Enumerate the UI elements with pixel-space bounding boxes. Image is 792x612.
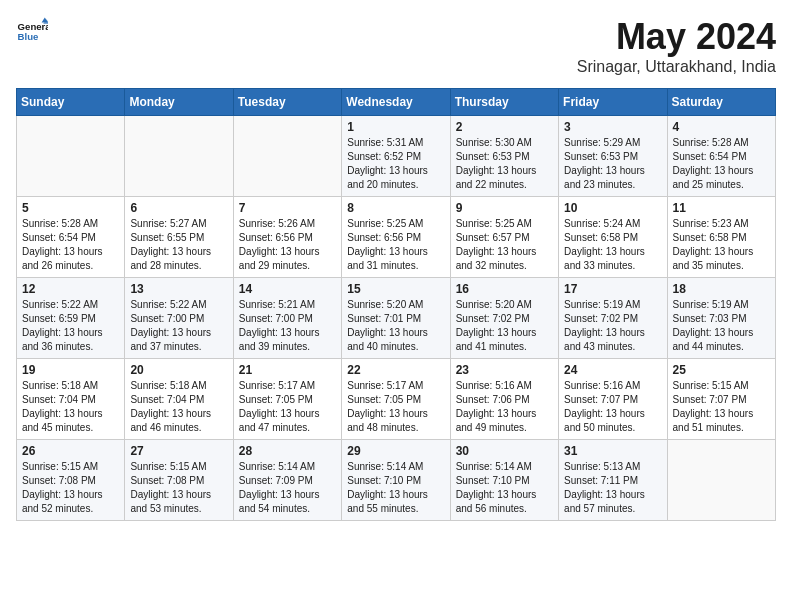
page-header: General Blue May 2024 Srinagar, Uttarakh… xyxy=(16,16,776,76)
day-number: 24 xyxy=(564,363,661,377)
calendar-cell: 20Sunrise: 5:18 AMSunset: 7:04 PMDayligh… xyxy=(125,359,233,440)
calendar-cell: 27Sunrise: 5:15 AMSunset: 7:08 PMDayligh… xyxy=(125,440,233,521)
calendar-cell: 21Sunrise: 5:17 AMSunset: 7:05 PMDayligh… xyxy=(233,359,341,440)
calendar-body: 1Sunrise: 5:31 AMSunset: 6:52 PMDaylight… xyxy=(17,116,776,521)
day-info: Sunrise: 5:19 AMSunset: 7:03 PMDaylight:… xyxy=(673,298,770,354)
day-info: Sunrise: 5:28 AMSunset: 6:54 PMDaylight:… xyxy=(673,136,770,192)
day-info: Sunrise: 5:17 AMSunset: 7:05 PMDaylight:… xyxy=(239,379,336,435)
day-info: Sunrise: 5:25 AMSunset: 6:56 PMDaylight:… xyxy=(347,217,444,273)
day-number: 31 xyxy=(564,444,661,458)
calendar-cell: 19Sunrise: 5:18 AMSunset: 7:04 PMDayligh… xyxy=(17,359,125,440)
month-title: May 2024 xyxy=(577,16,776,58)
day-info: Sunrise: 5:19 AMSunset: 7:02 PMDaylight:… xyxy=(564,298,661,354)
calendar-cell: 6Sunrise: 5:27 AMSunset: 6:55 PMDaylight… xyxy=(125,197,233,278)
calendar-cell: 2Sunrise: 5:30 AMSunset: 6:53 PMDaylight… xyxy=(450,116,558,197)
day-number: 3 xyxy=(564,120,661,134)
day-number: 20 xyxy=(130,363,227,377)
day-info: Sunrise: 5:13 AMSunset: 7:11 PMDaylight:… xyxy=(564,460,661,516)
day-info: Sunrise: 5:27 AMSunset: 6:55 PMDaylight:… xyxy=(130,217,227,273)
weekday-header-tuesday: Tuesday xyxy=(233,89,341,116)
day-info: Sunrise: 5:25 AMSunset: 6:57 PMDaylight:… xyxy=(456,217,553,273)
calendar-cell xyxy=(17,116,125,197)
day-number: 28 xyxy=(239,444,336,458)
day-number: 1 xyxy=(347,120,444,134)
weekday-header-sunday: Sunday xyxy=(17,89,125,116)
calendar-cell: 18Sunrise: 5:19 AMSunset: 7:03 PMDayligh… xyxy=(667,278,775,359)
calendar-cell: 4Sunrise: 5:28 AMSunset: 6:54 PMDaylight… xyxy=(667,116,775,197)
day-info: Sunrise: 5:15 AMSunset: 7:08 PMDaylight:… xyxy=(130,460,227,516)
calendar-cell: 5Sunrise: 5:28 AMSunset: 6:54 PMDaylight… xyxy=(17,197,125,278)
weekday-header-row: SundayMondayTuesdayWednesdayThursdayFrid… xyxy=(17,89,776,116)
day-number: 2 xyxy=(456,120,553,134)
day-number: 10 xyxy=(564,201,661,215)
day-info: Sunrise: 5:14 AMSunset: 7:10 PMDaylight:… xyxy=(456,460,553,516)
calendar-week-row: 19Sunrise: 5:18 AMSunset: 7:04 PMDayligh… xyxy=(17,359,776,440)
day-info: Sunrise: 5:15 AMSunset: 7:08 PMDaylight:… xyxy=(22,460,119,516)
day-info: Sunrise: 5:18 AMSunset: 7:04 PMDaylight:… xyxy=(22,379,119,435)
day-info: Sunrise: 5:22 AMSunset: 7:00 PMDaylight:… xyxy=(130,298,227,354)
calendar-cell: 31Sunrise: 5:13 AMSunset: 7:11 PMDayligh… xyxy=(559,440,667,521)
day-number: 29 xyxy=(347,444,444,458)
day-info: Sunrise: 5:15 AMSunset: 7:07 PMDaylight:… xyxy=(673,379,770,435)
weekday-header-thursday: Thursday xyxy=(450,89,558,116)
day-number: 11 xyxy=(673,201,770,215)
calendar-week-row: 5Sunrise: 5:28 AMSunset: 6:54 PMDaylight… xyxy=(17,197,776,278)
day-info: Sunrise: 5:22 AMSunset: 6:59 PMDaylight:… xyxy=(22,298,119,354)
calendar-cell: 3Sunrise: 5:29 AMSunset: 6:53 PMDaylight… xyxy=(559,116,667,197)
day-number: 8 xyxy=(347,201,444,215)
calendar-cell: 28Sunrise: 5:14 AMSunset: 7:09 PMDayligh… xyxy=(233,440,341,521)
day-number: 25 xyxy=(673,363,770,377)
calendar-week-row: 26Sunrise: 5:15 AMSunset: 7:08 PMDayligh… xyxy=(17,440,776,521)
day-number: 9 xyxy=(456,201,553,215)
calendar-cell xyxy=(233,116,341,197)
calendar-cell: 25Sunrise: 5:15 AMSunset: 7:07 PMDayligh… xyxy=(667,359,775,440)
day-number: 30 xyxy=(456,444,553,458)
calendar-cell: 14Sunrise: 5:21 AMSunset: 7:00 PMDayligh… xyxy=(233,278,341,359)
calendar-week-row: 1Sunrise: 5:31 AMSunset: 6:52 PMDaylight… xyxy=(17,116,776,197)
day-number: 15 xyxy=(347,282,444,296)
day-number: 22 xyxy=(347,363,444,377)
calendar-cell: 15Sunrise: 5:20 AMSunset: 7:01 PMDayligh… xyxy=(342,278,450,359)
day-number: 26 xyxy=(22,444,119,458)
calendar-cell: 17Sunrise: 5:19 AMSunset: 7:02 PMDayligh… xyxy=(559,278,667,359)
weekday-header-monday: Monday xyxy=(125,89,233,116)
day-info: Sunrise: 5:21 AMSunset: 7:00 PMDaylight:… xyxy=(239,298,336,354)
day-number: 6 xyxy=(130,201,227,215)
day-number: 14 xyxy=(239,282,336,296)
calendar-cell xyxy=(125,116,233,197)
day-number: 12 xyxy=(22,282,119,296)
day-info: Sunrise: 5:14 AMSunset: 7:10 PMDaylight:… xyxy=(347,460,444,516)
day-info: Sunrise: 5:26 AMSunset: 6:56 PMDaylight:… xyxy=(239,217,336,273)
calendar-cell: 7Sunrise: 5:26 AMSunset: 6:56 PMDaylight… xyxy=(233,197,341,278)
calendar-cell: 23Sunrise: 5:16 AMSunset: 7:06 PMDayligh… xyxy=(450,359,558,440)
day-info: Sunrise: 5:17 AMSunset: 7:05 PMDaylight:… xyxy=(347,379,444,435)
calendar-cell: 16Sunrise: 5:20 AMSunset: 7:02 PMDayligh… xyxy=(450,278,558,359)
day-info: Sunrise: 5:30 AMSunset: 6:53 PMDaylight:… xyxy=(456,136,553,192)
day-info: Sunrise: 5:14 AMSunset: 7:09 PMDaylight:… xyxy=(239,460,336,516)
weekday-header-saturday: Saturday xyxy=(667,89,775,116)
day-info: Sunrise: 5:24 AMSunset: 6:58 PMDaylight:… xyxy=(564,217,661,273)
calendar-cell: 9Sunrise: 5:25 AMSunset: 6:57 PMDaylight… xyxy=(450,197,558,278)
calendar-cell xyxy=(667,440,775,521)
day-info: Sunrise: 5:28 AMSunset: 6:54 PMDaylight:… xyxy=(22,217,119,273)
logo: General Blue xyxy=(16,16,48,48)
calendar-cell: 13Sunrise: 5:22 AMSunset: 7:00 PMDayligh… xyxy=(125,278,233,359)
calendar-cell: 12Sunrise: 5:22 AMSunset: 6:59 PMDayligh… xyxy=(17,278,125,359)
day-number: 18 xyxy=(673,282,770,296)
day-number: 16 xyxy=(456,282,553,296)
day-info: Sunrise: 5:16 AMSunset: 7:06 PMDaylight:… xyxy=(456,379,553,435)
calendar-week-row: 12Sunrise: 5:22 AMSunset: 6:59 PMDayligh… xyxy=(17,278,776,359)
calendar-table: SundayMondayTuesdayWednesdayThursdayFrid… xyxy=(16,88,776,521)
day-number: 21 xyxy=(239,363,336,377)
calendar-cell: 29Sunrise: 5:14 AMSunset: 7:10 PMDayligh… xyxy=(342,440,450,521)
calendar-cell: 11Sunrise: 5:23 AMSunset: 6:58 PMDayligh… xyxy=(667,197,775,278)
day-number: 13 xyxy=(130,282,227,296)
day-info: Sunrise: 5:16 AMSunset: 7:07 PMDaylight:… xyxy=(564,379,661,435)
weekday-header-wednesday: Wednesday xyxy=(342,89,450,116)
calendar-cell: 22Sunrise: 5:17 AMSunset: 7:05 PMDayligh… xyxy=(342,359,450,440)
day-number: 19 xyxy=(22,363,119,377)
calendar-cell: 26Sunrise: 5:15 AMSunset: 7:08 PMDayligh… xyxy=(17,440,125,521)
day-number: 27 xyxy=(130,444,227,458)
calendar-cell: 10Sunrise: 5:24 AMSunset: 6:58 PMDayligh… xyxy=(559,197,667,278)
day-number: 4 xyxy=(673,120,770,134)
